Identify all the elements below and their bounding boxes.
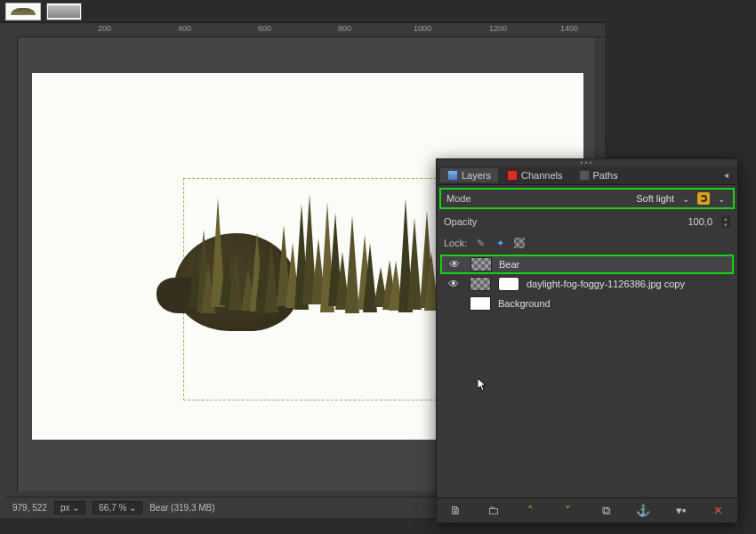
layer-row[interactable]: Background bbox=[440, 294, 734, 313]
layer-mask-thumbnail[interactable] bbox=[498, 277, 519, 291]
chevron-down-icon[interactable]: ⌄ bbox=[680, 192, 692, 205]
layers-icon bbox=[447, 170, 458, 181]
lock-pixels-icon[interactable] bbox=[474, 237, 487, 249]
ruler-vertical[interactable] bbox=[0, 37, 18, 491]
layers-panel: Layers Channels Paths ◂ Mode Soft light … bbox=[436, 158, 738, 523]
lock-position-icon[interactable] bbox=[494, 237, 506, 249]
duplicate-layer-button[interactable]: ⧉ bbox=[597, 502, 615, 520]
anchor-layer-button[interactable]: ⚓ bbox=[634, 502, 652, 520]
layer-thumbnail[interactable] bbox=[470, 277, 491, 291]
layer-thumbnail[interactable] bbox=[470, 257, 492, 271]
move-layer-up-button[interactable]: ˄ bbox=[522, 502, 540, 520]
delete-layer-button[interactable]: ✕ bbox=[710, 502, 728, 520]
panel-drag-handle[interactable] bbox=[437, 159, 737, 166]
blend-mode-select[interactable]: Soft light bbox=[636, 193, 674, 204]
merge-down-button[interactable]: ▾▪ bbox=[672, 502, 690, 520]
ruler-horizontal[interactable]: 200 400 600 800 1000 1200 1400 bbox=[18, 23, 605, 37]
tab-layers[interactable]: Layers bbox=[440, 168, 498, 182]
tab-label: Layers bbox=[462, 170, 491, 181]
opacity-label: Opacity bbox=[444, 216, 477, 227]
new-layer-button[interactable]: 🗎 bbox=[446, 502, 464, 520]
lock-alpha-icon[interactable] bbox=[513, 237, 526, 249]
tab-label: Channels bbox=[521, 170, 562, 181]
panel-options-button[interactable]: ◂ bbox=[719, 168, 734, 182]
status-zoom-select[interactable]: 66,7 % ⌄ bbox=[92, 501, 142, 514]
opacity-stepper[interactable]: ▴▾ bbox=[721, 215, 730, 228]
channels-icon bbox=[507, 170, 518, 181]
paths-icon bbox=[579, 170, 590, 181]
status-coords: 979, 522 bbox=[12, 503, 47, 513]
panel-tabs: Layers Channels Paths ◂ bbox=[437, 166, 737, 185]
ruler-mark: 400 bbox=[178, 24, 191, 33]
mode-label: Mode bbox=[446, 193, 471, 204]
tab-channels[interactable]: Channels bbox=[500, 168, 569, 182]
opacity-row: Opacity 100,0 ▴▾ bbox=[437, 212, 737, 235]
move-layer-down-button[interactable]: ˅ bbox=[559, 502, 577, 520]
layer-panel-footer: 🗎 🗀 ˄ ˅ ⧉ ⚓ ▾▪ ✕ bbox=[437, 498, 737, 522]
layer-row[interactable]: 👁 Bear bbox=[440, 255, 734, 274]
visibility-toggle-icon[interactable]: 👁 bbox=[446, 258, 463, 271]
blend-mode-row: Mode Soft light ⌄ ⌄ bbox=[439, 188, 735, 209]
opacity-value[interactable]: 100,0 bbox=[688, 216, 712, 227]
ruler-mark: 600 bbox=[258, 24, 271, 33]
ruler-mark: 1400 bbox=[560, 24, 578, 33]
status-unit-select[interactable]: px ⌄ bbox=[54, 501, 85, 514]
layer-name[interactable]: Background bbox=[498, 298, 551, 309]
lock-row: Lock: bbox=[437, 235, 737, 255]
ruler-mark: 800 bbox=[338, 24, 351, 33]
new-group-button[interactable]: 🗀 bbox=[484, 502, 502, 520]
chevron-down-icon[interactable]: ⌄ bbox=[715, 192, 728, 205]
layer-name[interactable]: Bear bbox=[499, 259, 519, 270]
status-doc-info: Bear (319,3 MB) bbox=[149, 503, 214, 513]
layer-name[interactable]: daylight-fog-foggy-1126386.jpg copy bbox=[527, 279, 685, 289]
lock-label: Lock: bbox=[444, 238, 467, 248]
doc-thumb-2[interactable] bbox=[46, 3, 82, 20]
ruler-mark: 200 bbox=[98, 24, 111, 33]
tab-paths[interactable]: Paths bbox=[572, 168, 625, 182]
layer-thumbnail[interactable] bbox=[470, 296, 491, 311]
visibility-toggle-icon[interactable]: 👁 bbox=[445, 278, 462, 290]
ruler-mark: 1200 bbox=[489, 24, 507, 33]
doc-thumb-1[interactable] bbox=[5, 3, 41, 20]
document-thumb-strip bbox=[0, 0, 605, 23]
mode-reset-button[interactable] bbox=[697, 192, 710, 205]
layer-list: 👁 Bear 👁 daylight-fog-foggy-1126386.jpg … bbox=[437, 255, 737, 498]
ruler-mark: 1000 bbox=[414, 24, 431, 33]
tab-label: Paths bbox=[593, 170, 618, 181]
layer-row[interactable]: 👁 daylight-fog-foggy-1126386.jpg copy bbox=[440, 274, 734, 294]
